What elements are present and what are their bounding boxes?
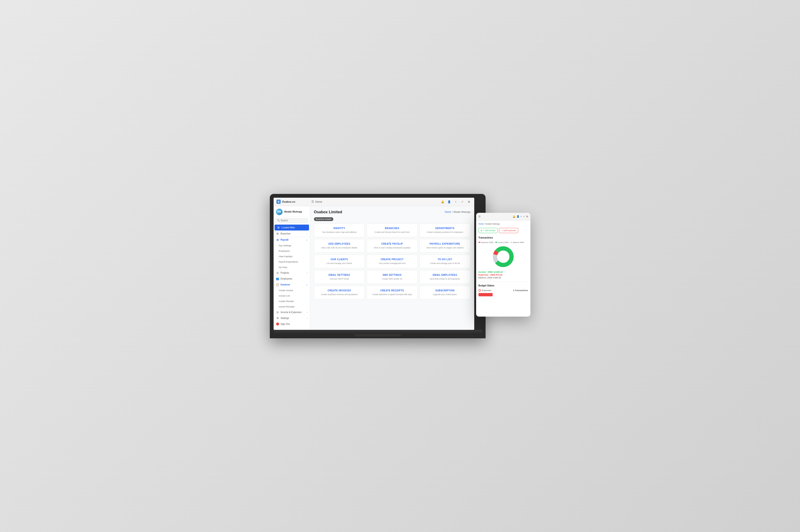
add-income-button[interactable]: ⊕ + Add Income bbox=[479, 228, 498, 233]
sidebar-item-view-payslips[interactable]: View Payslips bbox=[274, 253, 310, 259]
card-add-employees[interactable]: ADD EMPLOYEES View, Add, Edit All your e… bbox=[314, 239, 365, 253]
page-title: Osabox Limited bbox=[314, 210, 342, 214]
sidebar-item-settings[interactable]: ⚙ Settings › bbox=[274, 315, 310, 321]
business-details-tag[interactable]: Business Details bbox=[314, 217, 334, 221]
card-title: DEPARTMENTS bbox=[423, 227, 467, 230]
mobile-user-icon[interactable]: 👤 bbox=[517, 215, 519, 218]
income-legend-label: Income ZMW bbox=[498, 241, 508, 244]
mobile-bell-icon[interactable]: 🔔 bbox=[513, 215, 515, 218]
sidebar-item-employees[interactable]: Employees bbox=[274, 248, 310, 253]
sidebar-item-pay-settings[interactable]: Pay Settings bbox=[274, 243, 310, 248]
mobile-plus-icon[interactable]: + bbox=[521, 215, 522, 218]
laptop: ⊞ Osabox.co ☰ Home 🔔 👤 + ⤢ ⊞ bbox=[270, 194, 486, 338]
sidebar-label: Create Invoice bbox=[279, 289, 293, 291]
breadcrumb: Home / Mutale Mulenga bbox=[445, 211, 470, 213]
card-identity[interactable]: IDENTITY Your business name, logo and ad… bbox=[314, 223, 365, 237]
card-desc: Create SMS sender ID bbox=[370, 278, 414, 280]
sidebar-label: Payroll bbox=[281, 239, 289, 241]
sidebar-item-payroll[interactable]: ◎ Payroll ⌄ bbox=[274, 237, 310, 243]
legend-income: Income ZMW bbox=[495, 241, 508, 244]
card-desc: Create company positions for employees bbox=[423, 231, 467, 233]
plus-icon[interactable]: + bbox=[453, 200, 458, 204]
card-create-project[interactable]: CREATE PROJECT Your project management t… bbox=[367, 254, 417, 268]
hamburger-icon[interactable]: ☰ bbox=[311, 200, 314, 203]
card-title: EMAIL SETTINGS bbox=[317, 274, 362, 276]
chevron-down-icon: ⌄ bbox=[306, 284, 308, 286]
add-expenses-button[interactable]: □ Add Expenses bbox=[499, 228, 518, 233]
sidebar-item-payroll-expenditure[interactable]: Payroll Expenditure bbox=[274, 259, 310, 264]
card-title: CREATE PAYSLIP bbox=[370, 243, 414, 245]
sidebar-item-sign-out[interactable]: 🔴 Sign Out bbox=[274, 321, 310, 327]
sidebar-item-invoices[interactable]: 📋 Invoices ⌄ bbox=[274, 282, 310, 288]
card-subscription[interactable]: SUBSCRIPTION Upgrade your Subscription bbox=[420, 286, 470, 299]
sidebar-item-projects[interactable]: ◎ Projects › bbox=[274, 270, 310, 276]
sidebar-item-invoice-list[interactable]: Invoice List bbox=[274, 293, 310, 299]
sidebar-item-create-invoice[interactable]: Create Invoice bbox=[274, 288, 310, 293]
income-icon: ◎ bbox=[276, 311, 279, 314]
card-email-settings[interactable]: EMAIL SETTINGS Set your SMTP email bbox=[314, 270, 365, 284]
card-desc: Your business name, logo and address bbox=[317, 231, 362, 233]
topbar-home[interactable]: Home bbox=[315, 200, 322, 203]
laptop-screen: ⊞ Osabox.co ☰ Home 🔔 👤 + ⤢ ⊞ bbox=[274, 198, 474, 330]
sidebar-item-my-pays[interactable]: My Pays bbox=[274, 264, 310, 270]
card-title: CREATE PROJECT bbox=[370, 258, 414, 261]
card-branches[interactable]: BRANCHES Create and choose branch to wor… bbox=[367, 223, 417, 237]
sidebar-item-lusaka-main[interactable]: ⊞ Lusaka Main bbox=[275, 225, 309, 230]
sidebar-label: Invoice List bbox=[279, 294, 290, 297]
chevron-right-icon: › bbox=[307, 317, 308, 319]
transactions-label: Transactions bbox=[479, 236, 528, 239]
card-our-clients[interactable]: OUR CLIENTS List and manage your clients bbox=[314, 254, 365, 268]
user-name: Mutale Mulenga bbox=[284, 210, 302, 213]
top-bar: ⊞ Osabox.co ☰ Home 🔔 👤 + ⤢ ⊞ bbox=[274, 198, 474, 206]
budget-section: Budget Status Expenses 3 Transactions bbox=[479, 282, 528, 296]
chevron-right-icon: › bbox=[307, 311, 308, 313]
card-create-receipts[interactable]: CREATE RECEIPTS Create awesome e-signed … bbox=[367, 286, 417, 299]
mobile-breadcrumb-home[interactable]: Home bbox=[479, 223, 484, 225]
sidebar-item-issued-receipts[interactable]: Issued Receipts bbox=[274, 304, 310, 309]
sidebar-label: My Pays bbox=[279, 266, 287, 268]
sidebar-label: Employees bbox=[279, 250, 290, 252]
mobile-hamburger-icon[interactable]: ☰ bbox=[479, 215, 481, 218]
search-input[interactable] bbox=[281, 219, 306, 222]
breadcrumb-home[interactable]: Home bbox=[445, 211, 451, 213]
main-layout: MM Mutale Mulenga 🔍 ⊞ Lusaka Main bbox=[274, 206, 474, 330]
grid-icon[interactable]: ⊞ bbox=[467, 200, 471, 204]
sidebar-item-income-expenses[interactable]: ◎ Income & Expenses › bbox=[274, 309, 310, 315]
mobile-top-bar: ☰ 🔔 👤 + ⤢ ⊞ bbox=[476, 213, 531, 220]
sidebar-item-employees2[interactable]: 👥 Employees bbox=[274, 276, 310, 282]
sidebar-item-branches[interactable]: ⊞ Branches › bbox=[274, 231, 310, 236]
card-sms-settings[interactable]: SMS SETTINGS Create SMS sender ID bbox=[367, 270, 417, 284]
top-bar-nav: ☰ Home bbox=[311, 200, 439, 203]
mobile-expand-icon[interactable]: ⤢ bbox=[523, 215, 525, 218]
card-departments[interactable]: DEPARTMENTS Create company positions for… bbox=[420, 223, 470, 237]
expand-icon[interactable]: ⤢ bbox=[460, 200, 465, 204]
budget-item-label: Expenses bbox=[482, 289, 491, 291]
donut-chart bbox=[491, 245, 515, 268]
card-create-invoices[interactable]: CREATE INVOICES Create seamless invoices… bbox=[314, 286, 365, 299]
invoices-icon: 📋 bbox=[276, 283, 279, 286]
bell-icon[interactable]: 🔔 bbox=[440, 200, 445, 204]
user-icon[interactable]: 👤 bbox=[447, 200, 451, 204]
balance-legend-label: Balance ZMW bbox=[513, 241, 524, 244]
card-desc: View, Add, Edit All your employee detail… bbox=[317, 247, 362, 249]
avatar: MM bbox=[276, 209, 282, 215]
card-title: EMAIL EMPLOYEES bbox=[423, 274, 467, 276]
page-header: Osabox Limited Home / Mutale Mulenga bbox=[314, 210, 470, 214]
sidebar-label: Branches bbox=[281, 232, 291, 235]
card-email-employees[interactable]: EMAIL EMPLOYEES Send bulk emails to all … bbox=[420, 270, 470, 284]
mobile-grid-icon[interactable]: ⊞ bbox=[526, 215, 528, 218]
card-desc: Click to start creating employees paysli… bbox=[370, 247, 414, 249]
card-to-do-list[interactable]: TO DO LIST Create and manage your to do … bbox=[420, 254, 470, 268]
expense-stat: Expenses : ZMW 915.45 bbox=[479, 274, 528, 276]
mobile-breadcrumb-user: Mutale Mulenga bbox=[485, 223, 500, 225]
content-area: Osabox Limited Home / Mutale Mulenga Bus… bbox=[310, 206, 474, 330]
card-title: OUR CLIENTS bbox=[317, 258, 362, 261]
expenses-legend-color bbox=[479, 242, 480, 243]
sidebar-label: Sign Out bbox=[281, 323, 290, 325]
sidebar-item-create-receipt[interactable]: Create Receipt bbox=[274, 299, 310, 304]
card-create-payslip[interactable]: CREATE PAYSLIP Click to start creating e… bbox=[367, 239, 417, 253]
card-payroll-expenditure[interactable]: PAYROLL EXPENDITURE View monies spent on… bbox=[420, 239, 470, 253]
sidebar-label: Settings bbox=[281, 317, 289, 319]
card-title: SMS SETTINGS bbox=[370, 274, 414, 276]
grid-icon: ⊞ bbox=[277, 226, 280, 229]
